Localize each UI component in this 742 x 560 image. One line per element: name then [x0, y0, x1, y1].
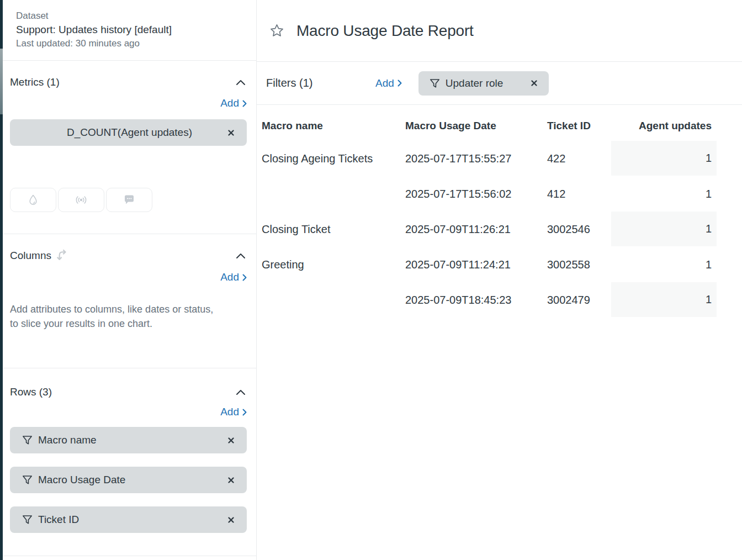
report-table: Macro name Macro Usage Date Ticket ID Ag…: [262, 110, 717, 318]
chat-bubble-icon: [123, 193, 136, 207]
table-cell-agent-updates: 1: [611, 247, 717, 282]
remove-row-macro-name-button[interactable]: [225, 435, 237, 446]
rows-add-label: Add: [220, 406, 239, 418]
report-header: Macro Usage Date Report: [257, 0, 742, 62]
sidebar-spacer: [3, 556, 256, 560]
dataset-label: Dataset: [16, 9, 247, 23]
metrics-add-label: Add: [220, 97, 239, 109]
table-row: 2025-07-17T15:56:02 412 1: [262, 176, 717, 212]
report-main: Macro Usage Date Report Filters (1) Add …: [257, 0, 742, 560]
close-icon: [227, 129, 235, 136]
metrics-add-button[interactable]: Add: [220, 97, 247, 109]
row-chip-label: Macro name: [38, 434, 225, 446]
funnel-icon: [22, 435, 33, 445]
swap-arrow-icon: [56, 249, 69, 262]
filters-add-button[interactable]: Add: [375, 77, 402, 89]
rows-collapse-button[interactable]: [235, 388, 247, 397]
star-icon: [269, 23, 284, 38]
funnel-icon: [430, 78, 440, 88]
droplet-tool-button[interactable]: [10, 188, 56, 212]
close-icon: [531, 80, 538, 87]
funnel-icon: [22, 475, 33, 485]
chevron-right-icon: [398, 80, 402, 87]
left-nav-rail: [0, 0, 3, 560]
table-cell-agent-updates: 1: [611, 176, 717, 212]
report-table-area: Macro name Macro Usage Date Ticket ID Ag…: [257, 105, 742, 318]
filters-bar: Filters (1) Add Updater role: [257, 62, 742, 105]
table-row: Closing Ageing Tickets 2025-07-17T15:55:…: [262, 141, 717, 176]
broadcast-icon: [74, 193, 88, 207]
columns-add-button[interactable]: Add: [220, 271, 247, 283]
table-header-row: Macro name Macro Usage Date Ticket ID Ag…: [262, 110, 717, 141]
chat-tool-button[interactable]: [106, 188, 152, 212]
table-cell-ticket-id: 412: [547, 176, 611, 212]
table-cell-ticket-id: 422: [547, 141, 611, 176]
close-icon: [227, 516, 235, 524]
table-cell-agent-updates: 1: [611, 212, 717, 247]
table-row: Greeting 2025-07-09T11:24:21 3002558 1: [262, 247, 717, 282]
columns-add-label: Add: [220, 271, 239, 283]
column-header-ticket-id: Ticket ID: [547, 110, 611, 141]
remove-filter-updater-role-button[interactable]: [528, 77, 540, 89]
remove-row-ticket-id-button[interactable]: [225, 514, 237, 526]
favorite-button[interactable]: [268, 22, 285, 39]
metrics-title: Metrics (1): [10, 76, 60, 88]
remove-metric-button[interactable]: [225, 127, 237, 139]
table-cell-macro-name: Closing Ticket: [262, 212, 405, 247]
table-cell-usage-date: 2025-07-09T18:45:23: [405, 282, 547, 318]
columns-helper-text: Add attributes to columns, like dates or…: [10, 302, 215, 331]
column-header-agent-updates: Agent updates: [611, 110, 717, 141]
rows-title: Rows (3): [10, 386, 52, 398]
table-cell-ticket-id: 3002546: [547, 212, 611, 247]
rows-add-button[interactable]: Add: [220, 406, 247, 418]
table-row: Closing Ticket 2025-07-09T11:26:21 30025…: [262, 212, 717, 247]
row-chip-macro-usage-date[interactable]: Macro Usage Date: [10, 467, 247, 493]
droplet-icon: [26, 193, 40, 207]
table-cell-ticket-id: 3002479: [547, 282, 611, 318]
column-header-macro-usage-date: Macro Usage Date: [405, 110, 547, 141]
table-cell-macro-name: [262, 176, 405, 212]
dataset-name: Support: Updates history [default]: [16, 23, 247, 36]
table-row: 2025-07-09T18:45:23 3002479 1: [262, 282, 717, 318]
dataset-panel: Dataset Support: Updates history [defaul…: [3, 0, 256, 61]
table-cell-usage-date: 2025-07-09T11:26:21: [405, 212, 547, 247]
metric-chip-label: D_COUNT(Agent updates): [67, 126, 192, 139]
broadcast-tool-button[interactable]: [58, 188, 104, 212]
close-icon: [227, 477, 235, 484]
row-chip-label: Ticket ID: [38, 514, 225, 526]
filter-chip-label: Updater role: [446, 77, 504, 89]
metrics-panel: Metrics (1) Add D_COUNT(Agent updates): [3, 61, 256, 234]
row-chip-ticket-id[interactable]: Ticket ID: [10, 506, 247, 533]
chevron-right-icon: [242, 274, 247, 281]
report-title: Macro Usage Date Report: [296, 22, 474, 40]
table-cell-agent-updates: 1: [611, 282, 717, 318]
table-cell-usage-date: 2025-07-09T11:24:21: [405, 247, 547, 282]
table-cell-usage-date: 2025-07-17T15:55:27: [405, 141, 547, 176]
close-icon: [227, 437, 235, 444]
remove-row-macro-usage-date-button[interactable]: [225, 474, 237, 486]
table-cell-agent-updates: 1: [611, 141, 717, 176]
metric-chip[interactable]: D_COUNT(Agent updates): [10, 119, 247, 146]
table-cell-ticket-id: 3002558: [547, 247, 611, 282]
chevron-up-icon: [236, 253, 246, 259]
explore-report-builder: Dataset Support: Updates history [defaul…: [0, 0, 742, 560]
filter-chip-updater-role[interactable]: Updater role: [418, 71, 549, 96]
columns-title: Columns: [10, 250, 51, 262]
chevron-right-icon: [242, 409, 247, 416]
chevron-up-icon: [236, 389, 246, 395]
table-cell-macro-name: Greeting: [262, 247, 405, 282]
table-cell-macro-name: [262, 282, 405, 318]
filters-add-label: Add: [375, 77, 394, 89]
funnel-icon: [22, 515, 33, 525]
columns-collapse-button[interactable]: [235, 252, 247, 260]
dataset-last-updated: Last updated: 30 minutes ago: [16, 36, 247, 50]
table-cell-macro-name: Closing Ageing Tickets: [262, 141, 405, 176]
chevron-right-icon: [242, 100, 247, 107]
row-chip-label: Macro Usage Date: [38, 474, 225, 486]
rail-scrollbar-thumb[interactable]: [0, 49, 3, 114]
filters-title: Filters (1): [266, 77, 321, 89]
metrics-collapse-button[interactable]: [235, 78, 247, 87]
row-chip-macro-name[interactable]: Macro name: [10, 427, 247, 453]
column-header-macro-name: Macro name: [262, 110, 405, 141]
query-builder-sidebar: Dataset Support: Updates history [defaul…: [3, 0, 257, 560]
